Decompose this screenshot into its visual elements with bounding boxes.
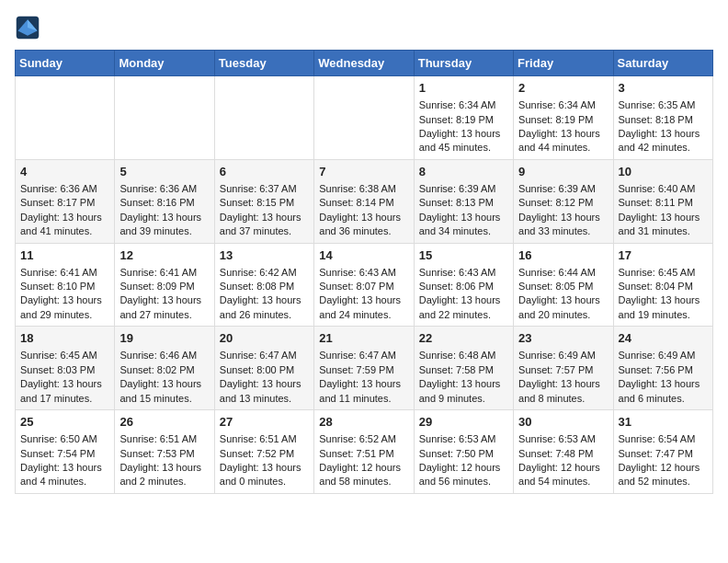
calendar-header-row: SundayMondayTuesdayWednesdayThursdayFrid… bbox=[16, 51, 713, 76]
day-info: Sunrise: 6:49 AM bbox=[619, 349, 708, 362]
day-info: Daylight: 13 hours and 29 minutes. bbox=[20, 293, 109, 322]
day-info: Sunrise: 6:50 AM bbox=[20, 432, 109, 446]
day-number: 27 bbox=[220, 414, 309, 431]
col-header-friday: Friday bbox=[514, 51, 613, 76]
day-info: Daylight: 13 hours and 26 minutes. bbox=[220, 293, 309, 322]
day-info: Daylight: 13 hours and 24 minutes. bbox=[319, 293, 408, 322]
day-info: Sunrise: 6:39 AM bbox=[518, 182, 608, 196]
day-info: Sunset: 8:03 PM bbox=[20, 363, 109, 377]
day-number: 21 bbox=[319, 330, 408, 347]
day-info: Sunset: 8:15 PM bbox=[220, 196, 309, 210]
day-info: Daylight: 13 hours and 31 minutes. bbox=[619, 211, 708, 239]
day-info: Daylight: 13 hours and 20 minutes. bbox=[518, 293, 608, 322]
calendar-cell: 10Sunrise: 6:40 AMSunset: 8:11 PMDayligh… bbox=[613, 159, 712, 243]
day-info: Sunset: 8:19 PM bbox=[419, 113, 508, 127]
calendar-week-row: 4Sunrise: 6:36 AMSunset: 8:17 PMDaylight… bbox=[16, 159, 713, 243]
day-info: Daylight: 13 hours and 0 minutes. bbox=[220, 461, 309, 489]
day-info: Sunrise: 6:51 AM bbox=[119, 432, 209, 446]
header bbox=[15, 15, 713, 40]
day-info: Daylight: 13 hours and 15 minutes. bbox=[119, 377, 209, 406]
day-info: Sunset: 8:17 PM bbox=[20, 196, 109, 210]
day-number: 12 bbox=[119, 247, 209, 264]
day-info: Sunrise: 6:38 AM bbox=[319, 182, 408, 196]
logo bbox=[15, 15, 44, 40]
day-info: Daylight: 13 hours and 36 minutes. bbox=[319, 211, 408, 239]
calendar-cell: 23Sunrise: 6:49 AMSunset: 7:57 PMDayligh… bbox=[514, 327, 613, 410]
day-number: 6 bbox=[220, 164, 309, 180]
day-info: Sunrise: 6:41 AM bbox=[119, 266, 209, 280]
day-info: Sunset: 7:47 PM bbox=[619, 447, 708, 461]
day-number: 14 bbox=[319, 247, 408, 264]
col-header-saturday: Saturday bbox=[613, 51, 712, 76]
day-info: Sunrise: 6:35 AM bbox=[619, 98, 708, 112]
calendar-cell: 31Sunrise: 6:54 AMSunset: 7:47 PMDayligh… bbox=[613, 410, 712, 494]
day-info: Sunset: 8:13 PM bbox=[419, 196, 508, 210]
calendar-cell: 16Sunrise: 6:44 AMSunset: 8:05 PMDayligh… bbox=[514, 243, 613, 327]
day-info: Sunrise: 6:43 AM bbox=[419, 266, 508, 280]
day-info: Sunrise: 6:53 AM bbox=[518, 432, 608, 446]
calendar-cell: 15Sunrise: 6:43 AMSunset: 8:06 PMDayligh… bbox=[414, 243, 513, 327]
day-info: Sunrise: 6:52 AM bbox=[319, 432, 408, 446]
col-header-sunday: Sunday bbox=[16, 51, 115, 76]
day-number: 9 bbox=[518, 164, 608, 180]
day-number: 3 bbox=[619, 80, 708, 97]
day-info: Sunset: 7:58 PM bbox=[419, 363, 508, 377]
day-number: 25 bbox=[20, 414, 109, 431]
day-info: Daylight: 12 hours and 58 minutes. bbox=[319, 461, 408, 489]
day-info: Sunset: 8:18 PM bbox=[619, 113, 708, 127]
day-info: Sunset: 7:48 PM bbox=[518, 447, 608, 461]
day-info: Sunset: 8:14 PM bbox=[319, 196, 408, 210]
day-info: Sunrise: 6:49 AM bbox=[518, 349, 608, 362]
calendar-cell: 1Sunrise: 6:34 AMSunset: 8:19 PMDaylight… bbox=[414, 76, 513, 160]
calendar-cell bbox=[214, 76, 313, 160]
calendar-week-row: 1Sunrise: 6:34 AMSunset: 8:19 PMDaylight… bbox=[16, 76, 713, 160]
day-info: Sunrise: 6:34 AM bbox=[518, 98, 608, 112]
day-info: Daylight: 13 hours and 39 minutes. bbox=[119, 211, 209, 239]
day-number: 19 bbox=[119, 330, 209, 347]
calendar-cell: 8Sunrise: 6:39 AMSunset: 8:13 PMDaylight… bbox=[414, 159, 513, 243]
day-info: Sunrise: 6:46 AM bbox=[119, 349, 209, 362]
calendar-cell: 20Sunrise: 6:47 AMSunset: 8:00 PMDayligh… bbox=[214, 327, 313, 410]
day-number: 10 bbox=[619, 164, 708, 180]
calendar-cell: 21Sunrise: 6:47 AMSunset: 7:59 PMDayligh… bbox=[314, 327, 414, 410]
day-info: Sunrise: 6:40 AM bbox=[619, 182, 708, 196]
day-info: Daylight: 13 hours and 17 minutes. bbox=[20, 377, 109, 406]
day-number: 28 bbox=[319, 414, 408, 431]
calendar-week-row: 18Sunrise: 6:45 AMSunset: 8:03 PMDayligh… bbox=[16, 327, 713, 410]
calendar-cell: 14Sunrise: 6:43 AMSunset: 8:07 PMDayligh… bbox=[314, 243, 414, 327]
day-info: Sunrise: 6:53 AM bbox=[419, 432, 508, 446]
calendar-week-row: 25Sunrise: 6:50 AMSunset: 7:54 PMDayligh… bbox=[16, 410, 713, 494]
day-info: Sunset: 8:02 PM bbox=[119, 363, 209, 377]
day-info: Daylight: 13 hours and 6 minutes. bbox=[619, 377, 708, 406]
calendar-cell bbox=[314, 76, 414, 160]
calendar-cell: 7Sunrise: 6:38 AMSunset: 8:14 PMDaylight… bbox=[314, 159, 414, 243]
day-info: Sunset: 7:52 PM bbox=[220, 447, 309, 461]
calendar-cell: 12Sunrise: 6:41 AMSunset: 8:09 PMDayligh… bbox=[115, 243, 214, 327]
calendar-cell: 18Sunrise: 6:45 AMSunset: 8:03 PMDayligh… bbox=[16, 327, 115, 410]
col-header-wednesday: Wednesday bbox=[314, 51, 414, 76]
calendar-cell: 26Sunrise: 6:51 AMSunset: 7:53 PMDayligh… bbox=[115, 410, 214, 494]
day-number: 2 bbox=[518, 80, 608, 97]
col-header-thursday: Thursday bbox=[414, 51, 513, 76]
day-number: 23 bbox=[518, 330, 608, 347]
calendar-cell: 13Sunrise: 6:42 AMSunset: 8:08 PMDayligh… bbox=[214, 243, 313, 327]
day-info: Daylight: 12 hours and 52 minutes. bbox=[619, 461, 708, 489]
day-info: Sunset: 7:51 PM bbox=[319, 447, 408, 461]
calendar-cell: 19Sunrise: 6:46 AMSunset: 8:02 PMDayligh… bbox=[115, 327, 214, 410]
day-info: Sunset: 7:59 PM bbox=[319, 363, 408, 377]
day-info: Sunrise: 6:47 AM bbox=[319, 349, 408, 362]
day-number: 15 bbox=[419, 247, 508, 264]
day-info: Sunset: 8:11 PM bbox=[619, 196, 708, 210]
day-number: 13 bbox=[220, 247, 309, 264]
day-number: 29 bbox=[419, 414, 508, 431]
day-info: Daylight: 13 hours and 41 minutes. bbox=[20, 211, 109, 239]
day-info: Sunrise: 6:37 AM bbox=[220, 182, 309, 196]
calendar-cell bbox=[16, 76, 115, 160]
day-info: Sunrise: 6:54 AM bbox=[619, 432, 708, 446]
calendar-cell bbox=[115, 76, 214, 160]
day-info: Sunrise: 6:45 AM bbox=[619, 266, 708, 280]
day-info: Daylight: 13 hours and 27 minutes. bbox=[119, 293, 209, 322]
day-number: 30 bbox=[518, 414, 608, 431]
day-info: Daylight: 13 hours and 42 minutes. bbox=[619, 127, 708, 155]
day-info: Sunset: 8:04 PM bbox=[619, 280, 708, 293]
